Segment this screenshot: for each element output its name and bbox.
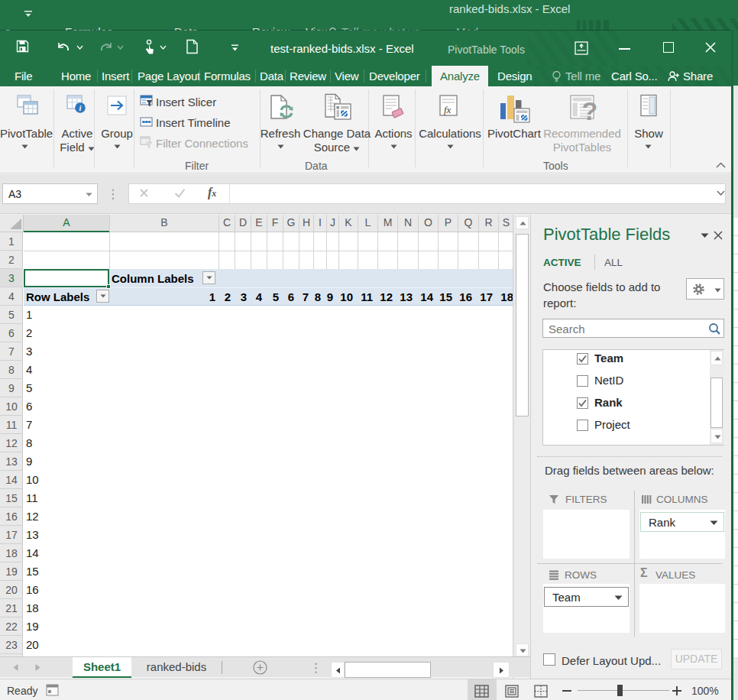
svg-text:?: ? [582,96,598,125]
svg-text:fx: fx [444,104,452,115]
svg-text:i: i [79,104,82,112]
